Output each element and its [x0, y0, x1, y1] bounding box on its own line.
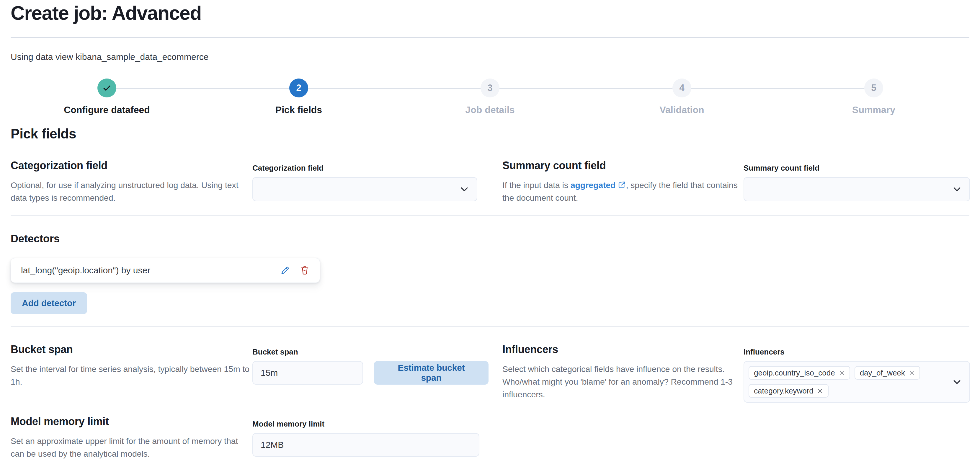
influencers-combo-box[interactable]: geoip.country_iso_code day_of_week categ… [744, 361, 970, 403]
trash-icon [300, 265, 310, 275]
step-configure-datafeed[interactable]: Configure datafeed [13, 78, 201, 115]
step-label: Validation [659, 105, 704, 115]
model-memory-description: Set an approximate upper limit for the a… [11, 435, 250, 460]
external-link-icon [618, 181, 626, 189]
divider [11, 37, 969, 38]
influencers-description-block: Influencers Select which categorical fie… [503, 343, 738, 400]
close-icon [817, 388, 823, 394]
check-icon [102, 83, 112, 93]
categorization-description: Optional, for use if analyzing unstructu… [11, 179, 250, 204]
estimate-bucket-span-button[interactable]: Estimate bucket span [374, 361, 488, 385]
model-memory-heading: Model memory limit [11, 415, 250, 428]
step-validation[interactable]: 4 Validation [587, 78, 776, 115]
chevron-down-icon [952, 184, 962, 194]
step-pick-fields[interactable]: 2 Pick fields [204, 78, 393, 115]
remove-influencer-button[interactable] [838, 370, 845, 376]
detectors-heading: Detectors [11, 233, 320, 245]
model-memory-input[interactable] [252, 433, 479, 457]
divider [11, 326, 969, 327]
influencer-pill: category.keyword [749, 384, 829, 397]
page-title: Create job: Advanced [11, 2, 201, 24]
categorization-field-select[interactable] [252, 177, 477, 201]
divider [11, 216, 969, 216]
influencers-field-group: Influencers geoip.country_iso_code day_o… [744, 347, 970, 403]
chevron-down-icon [459, 184, 469, 194]
summary-count-field-group: Summary count field [744, 164, 970, 201]
bucket-span-description-block: Bucket span Set the interval for time se… [11, 343, 250, 388]
summary-count-field-label: Summary count field [744, 164, 970, 173]
step-circle-complete[interactable] [97, 78, 116, 97]
pill-label: geoip.country_iso_code [754, 369, 835, 378]
aggregated-link[interactable]: aggregated [571, 180, 626, 190]
summary-count-field-select[interactable] [744, 177, 970, 201]
detector-card: lat_long("geoip.location") by user [11, 258, 320, 283]
bucket-span-input[interactable] [252, 361, 363, 385]
pill-label: category.keyword [754, 386, 813, 396]
step-circle-future[interactable]: 5 [864, 78, 883, 97]
step-circle-future[interactable]: 3 [480, 78, 500, 97]
influencer-pill: geoip.country_iso_code [749, 366, 850, 380]
step-label: Summary [852, 105, 895, 115]
data-view-note: Using data view kibana_sample_data_ecomm… [11, 52, 208, 62]
detectors-section: Detectors lat_long("geoip.location") by … [11, 233, 320, 314]
bucket-span-field-group: Bucket span Estimate bucket span [252, 347, 488, 385]
step-label: Configure datafeed [64, 105, 150, 115]
influencer-pill: day_of_week [854, 366, 920, 380]
categorization-field-label: Categorization field [252, 164, 477, 173]
categorization-field-group: Categorization field [252, 164, 477, 201]
bucket-span-heading: Bucket span [11, 343, 250, 356]
influencers-heading: Influencers [503, 343, 738, 356]
remove-influencer-button[interactable] [908, 370, 915, 376]
step-circle-current[interactable]: 2 [289, 78, 308, 97]
influencers-field-label: Influencers [744, 347, 970, 357]
categorization-description-block: Categorization field Optional, for use i… [11, 159, 250, 204]
step-circle-future[interactable]: 4 [673, 78, 691, 97]
model-memory-field-label: Model memory limit [252, 420, 479, 429]
model-memory-field-group: Model memory limit [252, 420, 479, 457]
detector-expression: lat_long("geoip.location") by user [21, 265, 280, 275]
step-job-details[interactable]: 3 Job details [396, 78, 584, 115]
create-job-advanced-page: Create job: Advanced Using data view kib… [0, 0, 980, 472]
influencers-description: Select which categorical fields have inf… [503, 363, 738, 400]
description-text: If the input data is [503, 180, 571, 190]
summary-count-heading: Summary count field [503, 159, 738, 172]
step-label: Pick fields [275, 105, 322, 115]
edit-detector-button[interactable] [280, 265, 290, 275]
bucket-span-description: Set the interval for time series analysi… [11, 363, 250, 388]
chevron-down-icon [952, 377, 962, 387]
add-detector-button[interactable]: Add detector [11, 292, 87, 314]
summary-count-description: If the input data is aggregated, specify… [503, 179, 738, 204]
model-memory-description-block: Model memory limit Set an approximate up… [11, 415, 250, 460]
link-text: aggregated [571, 180, 616, 190]
delete-detector-button[interactable] [300, 265, 310, 275]
categorization-heading: Categorization field [11, 159, 250, 172]
section-title-pick-fields: Pick fields [11, 126, 76, 142]
close-icon [838, 370, 845, 376]
remove-influencer-button[interactable] [817, 388, 823, 394]
step-summary[interactable]: 5 Summary [779, 78, 968, 115]
pill-label: day_of_week [860, 369, 905, 378]
bucket-span-field-label: Bucket span [252, 347, 488, 357]
summary-count-description-block: Summary count field If the input data is… [503, 159, 738, 204]
close-icon [908, 370, 915, 376]
pencil-icon [280, 265, 290, 275]
step-label: Job details [465, 105, 514, 115]
